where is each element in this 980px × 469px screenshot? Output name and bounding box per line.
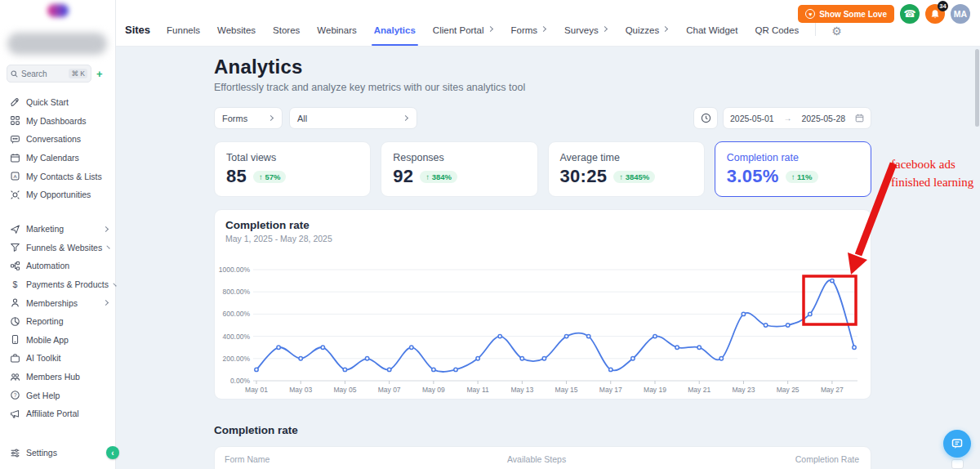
svg-text:May 25: May 25 xyxy=(777,386,800,394)
sidebar-item-my-dashboards[interactable]: My Dashboards xyxy=(0,112,116,131)
sidebar-item-label: Funnels & Websites xyxy=(26,243,102,252)
svg-text:May 27: May 27 xyxy=(821,386,844,394)
completion-rate-line-chart[interactable]: 0.00%200.00%400.00%600.00%800.00%1000.00… xyxy=(217,261,869,398)
chevron-right-icon xyxy=(113,283,116,286)
chevron-down-icon xyxy=(268,115,274,121)
sidebar-item-my-calendars[interactable]: My Calendars xyxy=(0,149,116,168)
reporting-icon xyxy=(10,316,20,327)
svg-text:May 17: May 17 xyxy=(599,386,622,394)
tab-surveys[interactable]: Surveys xyxy=(564,25,609,46)
svg-text:May 11: May 11 xyxy=(466,386,489,394)
sidebar-group-secondary: MarketingFunnels & WebsitesAutomation$Pa… xyxy=(0,220,116,423)
settings-label: Settings xyxy=(26,448,109,458)
sidebar-item-reporting[interactable]: Reporting xyxy=(0,312,116,331)
svg-text:May 09: May 09 xyxy=(422,386,445,394)
svg-text:$: $ xyxy=(13,279,18,289)
arrow-right-icon: → xyxy=(784,114,792,123)
sidebar-item-ai-toolkit[interactable]: AI Toolkit xyxy=(0,349,116,368)
account-name-blurred[interactable] xyxy=(7,33,107,55)
tab-quizzes[interactable]: Quizzes xyxy=(625,25,670,46)
notification-count-badge: 34 xyxy=(938,1,948,11)
sidebar-item-members-hub[interactable]: Members Hub xyxy=(0,368,116,386)
time-filter-button[interactable] xyxy=(693,107,718,129)
type-select[interactable]: Forms xyxy=(214,107,283,129)
memberships-icon xyxy=(10,297,20,308)
date-start[interactable]: 2025-05-01 xyxy=(730,114,774,123)
sidebar-item-settings[interactable]: Settings xyxy=(0,444,116,462)
user-avatar[interactable]: MA xyxy=(951,4,970,24)
nav-section-label[interactable]: Sites xyxy=(125,24,150,46)
date-range-picker[interactable]: 2025-05-01 → 2025-05-28 xyxy=(723,107,871,129)
chevron-down-icon xyxy=(602,26,608,32)
sidebar-item-automation[interactable]: Automation xyxy=(0,257,116,275)
automation-icon xyxy=(10,261,20,271)
tab-label: Chat Widget xyxy=(686,25,737,35)
svg-text:May 01: May 01 xyxy=(245,386,268,394)
tab-label: Webinars xyxy=(317,25,356,35)
svg-text:1000.00%: 1000.00% xyxy=(219,266,251,274)
stat-card-responses[interactable]: Responses92↑ 384% xyxy=(381,141,537,197)
phone-icon: ☎ xyxy=(904,8,916,20)
tab-stores[interactable]: Stores xyxy=(272,25,301,46)
bell-icon xyxy=(930,9,940,20)
svg-text:May 19: May 19 xyxy=(644,386,666,394)
sidebar-item-mobile-app[interactable]: Mobile App xyxy=(0,331,116,350)
search-input[interactable]: Search ⌘ K xyxy=(7,65,91,83)
chat-widget-secondary[interactable] xyxy=(951,459,964,469)
stat-card-average-time[interactable]: Average time30:25↑ 3845% xyxy=(548,141,705,197)
stat-card-total-views[interactable]: Total views85↑ 57% xyxy=(214,141,371,197)
tab-websites[interactable]: Websites xyxy=(216,25,256,46)
rocket-icon xyxy=(10,97,20,108)
stat-card-completion-rate[interactable]: Completion rate3.05%↑ 11% xyxy=(715,141,871,197)
sidebar-item-my-opportunities[interactable]: My Opportunities xyxy=(0,185,116,204)
svg-text:?: ? xyxy=(14,392,17,398)
chevron-down-icon xyxy=(662,26,668,32)
stat-delta-badge: ↑ 384% xyxy=(420,171,457,183)
contacts-icon: A xyxy=(10,171,20,181)
scrollbar-thumb[interactable] xyxy=(975,49,979,127)
date-end[interactable]: 2025-05-28 xyxy=(801,114,845,123)
tab-qr-codes[interactable]: QR Codes xyxy=(754,25,800,46)
item-select[interactable]: All xyxy=(289,107,417,129)
gear-icon[interactable]: ⚙ xyxy=(831,25,842,46)
sidebar-item-label: Quick Start xyxy=(26,97,109,107)
tab-forms[interactable]: Forms xyxy=(510,25,549,46)
mobile-icon xyxy=(10,334,20,345)
phone-button[interactable]: ☎ xyxy=(900,4,920,24)
svg-text:May 05: May 05 xyxy=(334,386,357,394)
stat-delta-badge: ↑ 11% xyxy=(786,171,818,183)
sidebar-item-my-contacts-lists[interactable]: AMy Contacts & Lists xyxy=(0,167,116,185)
tab-chat-widget[interactable]: Chat Widget xyxy=(685,25,738,46)
show-some-love-button[interactable]: ♥ Show Some Love xyxy=(798,5,894,23)
nav-divider xyxy=(815,23,816,36)
chat-widget-button[interactable] xyxy=(943,430,971,458)
chevron-down-icon xyxy=(541,26,546,32)
sidebar-collapse-button[interactable]: ‹ xyxy=(106,446,119,459)
chart-title: Completion rate xyxy=(225,219,310,231)
sidebar-item-affiliate-portal[interactable]: Affiliate Portal xyxy=(0,404,116,423)
sidebar-item-quick-start[interactable]: Quick Start xyxy=(0,93,116,112)
page-subtitle: Effortlessly track and analyze key metri… xyxy=(214,82,980,93)
tab-webinars[interactable]: Webinars xyxy=(316,25,357,46)
tab-funnels[interactable]: Funnels xyxy=(166,25,201,46)
svg-text:May 21: May 21 xyxy=(688,386,710,394)
table-header-form-name: Form Name xyxy=(225,454,270,464)
tab-client-portal[interactable]: Client Portal xyxy=(432,25,495,46)
sparkle-icon[interactable]: + xyxy=(96,69,103,79)
notifications-button[interactable]: 34 xyxy=(925,4,945,24)
sidebar-item-conversations[interactable]: Conversations xyxy=(0,130,116,149)
tab-analytics[interactable]: Analytics xyxy=(373,25,416,46)
sidebar-item-funnels-websites[interactable]: Funnels & Websites xyxy=(0,239,116,257)
svg-text:200.00%: 200.00% xyxy=(222,355,250,363)
sidebar-item-payments-products[interactable]: $Payments & Products xyxy=(0,275,116,294)
stat-label: Responses xyxy=(393,152,525,163)
clock-icon xyxy=(701,113,711,123)
page-scrollbar[interactable] xyxy=(975,47,979,468)
sidebar-item-memberships[interactable]: Memberships xyxy=(0,293,116,312)
tab-label: Quizzes xyxy=(626,25,660,35)
sidebar-item-marketing[interactable]: Marketing xyxy=(0,220,116,239)
sidebar-item-get-help[interactable]: ?Get Help xyxy=(0,386,116,404)
svg-text:May 03: May 03 xyxy=(289,386,312,394)
sidebar-item-label: My Calendars xyxy=(26,153,109,163)
chevron-down-icon xyxy=(487,26,492,32)
